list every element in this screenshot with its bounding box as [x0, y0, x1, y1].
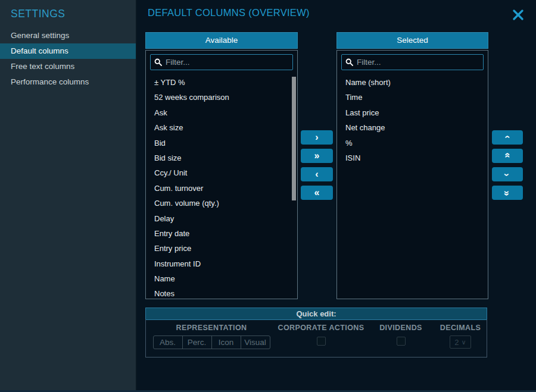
corporate-actions-checkbox[interactable]: [317, 337, 326, 346]
available-filter: [150, 54, 293, 70]
selected-list-item[interactable]: Net change: [337, 120, 488, 135]
chevron-down-icon: ›: [501, 173, 514, 175]
sidebar-item[interactable]: General settings: [0, 28, 136, 43]
close-icon: [512, 8, 525, 21]
available-list: ± YTD %52 weeks comparisonAskAsk sizeBid…: [146, 75, 297, 299]
available-list-item[interactable]: Ask size: [146, 120, 297, 135]
representation-label: REPRESENTATION: [151, 324, 272, 332]
double-chevron-left-icon: «: [314, 187, 320, 199]
representation-perc-button[interactable]: Perc.: [182, 335, 212, 349]
move-all-left-button[interactable]: «: [301, 186, 333, 200]
sidebar-title: SETTINGS: [0, 0, 136, 27]
sidebar-item-label: Default columns: [11, 46, 68, 55]
representation-group: REPRESENTATION Abs. Perc. Icon Visual: [151, 324, 272, 349]
move-left-button[interactable]: ‹: [301, 167, 333, 181]
available-list-item[interactable]: ± YTD %: [146, 75, 297, 90]
move-bottom-button[interactable]: »: [492, 186, 523, 200]
selected-panel: Selected Name (short)TimeLast priceNet c…: [336, 32, 488, 299]
move-down-button[interactable]: ›: [492, 167, 523, 181]
double-chevron-right-icon: »: [314, 150, 320, 162]
selected-list: Name (short)TimeLast priceNet change%ISI…: [337, 75, 488, 165]
available-list-item[interactable]: Name: [146, 271, 297, 286]
search-icon: [154, 58, 162, 66]
selected-list-item[interactable]: Time: [337, 90, 488, 105]
corporate-actions-group: CORPORATE ACTIONS: [273, 324, 369, 348]
chevron-right-icon: ›: [315, 131, 318, 143]
dividends-checkbox[interactable]: [397, 337, 406, 346]
close-button[interactable]: [510, 8, 526, 23]
dividends-label: DIVIDENDS: [371, 324, 431, 332]
representation-segmented-control: Abs. Perc. Icon Visual: [153, 335, 270, 349]
available-list-item[interactable]: Entry price: [146, 241, 297, 256]
available-list-item[interactable]: Cum. turnover: [146, 181, 297, 196]
settings-window: SETTINGS General settingsDefault columns…: [0, 0, 536, 392]
search-icon: [345, 58, 353, 66]
sidebar-nav: General settingsDefault columnsFree text…: [0, 28, 136, 90]
available-list-item[interactable]: Ccy./ Unit: [146, 165, 297, 180]
decimals-group: DECIMALS 2 ∨: [433, 324, 488, 349]
available-scrollbar[interactable]: [292, 77, 296, 200]
decimals-value: 2: [454, 338, 459, 347]
dropdown-chevron-icon: ∨: [462, 338, 466, 346]
available-list-item[interactable]: Notes: [146, 286, 297, 299]
chevron-up-icon: ›: [501, 136, 514, 138]
default-columns-dialog: DEFAULT COLUMNS (OVERVIEW) Available ± Y…: [137, 0, 536, 392]
selected-list-item[interactable]: Name (short): [337, 75, 488, 90]
chevron-left-icon: ‹: [315, 168, 318, 180]
available-list-item[interactable]: Instrument ID: [146, 256, 297, 271]
move-all-right-button[interactable]: »: [301, 149, 333, 163]
move-right-button[interactable]: ›: [301, 130, 333, 145]
selected-filter: [341, 54, 484, 70]
selected-list-item[interactable]: Last price: [337, 105, 488, 120]
selected-header: Selected: [336, 32, 488, 49]
selected-list-item[interactable]: %: [337, 136, 488, 150]
available-body: ± YTD %52 weeks comparisonAskAsk sizeBid…: [145, 50, 298, 299]
representation-icon-button[interactable]: Icon: [211, 335, 241, 349]
selected-body: Name (short)TimeLast priceNet change%ISI…: [336, 50, 488, 299]
selected-list-item[interactable]: ISIN: [337, 150, 488, 165]
sidebar-item-label: General settings: [11, 31, 69, 40]
move-up-button[interactable]: ›: [492, 130, 523, 145]
sidebar-item-label: Performance columns: [11, 77, 89, 86]
selected-filter-input[interactable]: [356, 57, 479, 67]
double-chevron-up-icon: »: [501, 154, 514, 158]
representation-visual-button[interactable]: Visual: [241, 335, 270, 349]
sidebar-item-label: Free text columns: [11, 62, 74, 71]
available-list-item[interactable]: Entry date: [146, 226, 297, 241]
available-list-item[interactable]: Bid size: [146, 150, 297, 165]
move-top-button[interactable]: »: [492, 149, 523, 163]
sidebar-item[interactable]: Performance columns: [0, 74, 136, 90]
sidebar-item[interactable]: Default columns: [0, 43, 136, 59]
available-list-item[interactable]: Ask: [146, 105, 297, 120]
quick-edit-header: Quick edit:: [145, 308, 487, 320]
available-list-item[interactable]: Bid: [146, 136, 297, 150]
available-panel: Available ± YTD %52 weeks comparisonAskA…: [145, 32, 298, 299]
decimals-dropdown[interactable]: 2 ∨: [450, 335, 471, 349]
available-header: Available: [145, 32, 298, 49]
double-chevron-down-icon: »: [501, 191, 514, 195]
corporate-actions-label: CORPORATE ACTIONS: [273, 324, 369, 332]
page-title: DEFAULT COLUMNS (OVERVIEW): [148, 7, 310, 18]
settings-sidebar: SETTINGS General settingsDefault columns…: [0, 0, 137, 392]
sidebar-item[interactable]: Free text columns: [0, 59, 136, 74]
available-list-item[interactable]: Cum. volume (qty.): [146, 196, 297, 211]
available-filter-input[interactable]: [164, 57, 289, 67]
decimals-label: DECIMALS: [433, 324, 488, 332]
quick-edit-panel: REPRESENTATION Abs. Perc. Icon Visual CO…: [145, 319, 487, 357]
representation-abs-button[interactable]: Abs.: [153, 335, 183, 349]
dividends-group: DIVIDENDS: [371, 324, 431, 348]
available-list-item[interactable]: Delay: [146, 211, 297, 226]
available-list-item[interactable]: 52 weeks comparison: [146, 90, 297, 105]
